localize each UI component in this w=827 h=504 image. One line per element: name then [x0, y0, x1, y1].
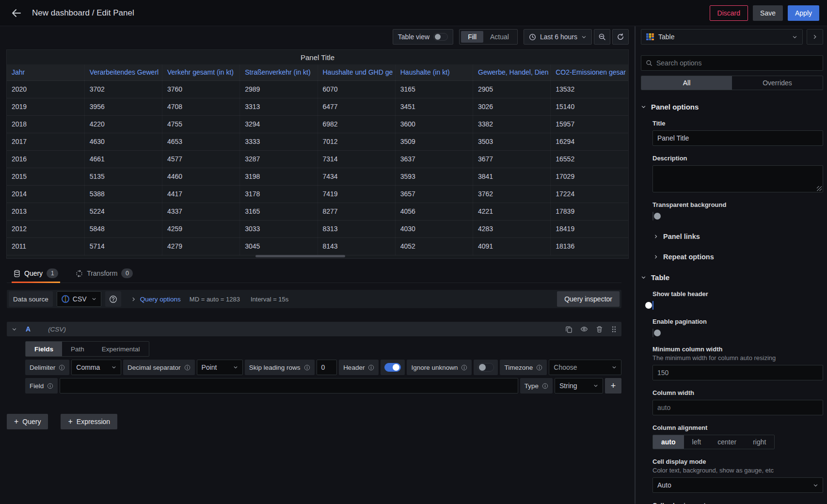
table-row: 201551354460319874343593384117029: [7, 168, 628, 185]
drag-handle-icon[interactable]: [611, 325, 617, 333]
info-circle-icon: [542, 383, 548, 389]
actual-option[interactable]: Actual: [483, 31, 516, 43]
chevron-right-icon: [653, 234, 658, 239]
delimiter-select[interactable]: Comma: [71, 360, 121, 375]
query-options-toggle[interactable]: Query options: [140, 296, 181, 303]
panel-options-header[interactable]: Panel options: [641, 103, 823, 111]
column-header[interactable]: Verarbeitendes Gewerl: [84, 64, 162, 80]
table-cell: 3593: [395, 168, 473, 185]
page-title: New dashboard / Edit Panel: [32, 8, 134, 18]
tab-path[interactable]: Path: [62, 342, 93, 356]
alignment-left[interactable]: left: [684, 435, 710, 449]
tab-fields[interactable]: Fields: [26, 342, 62, 356]
alignment-right[interactable]: right: [745, 435, 774, 449]
query-count-badge: 1: [47, 268, 58, 278]
table-panel: Panel Title JahrVerarbeitendes GewerlVer…: [6, 49, 629, 259]
alignment-center[interactable]: center: [709, 435, 745, 449]
table-cell: 2018: [7, 115, 84, 133]
collapse-pane-button[interactable]: [807, 29, 823, 45]
table-cell: 3165: [395, 80, 473, 98]
add-query-button[interactable]: + Query: [7, 414, 48, 429]
alignment-auto[interactable]: auto: [653, 435, 684, 449]
tab-transform[interactable]: Transform 0: [74, 268, 135, 283]
tab-all[interactable]: All: [641, 76, 732, 90]
table-cell: 3333: [240, 133, 318, 150]
help-circle-icon: [109, 295, 117, 303]
table-cell: 3382: [473, 115, 551, 133]
ignore-unknown-label: Ignore unknown: [407, 360, 472, 375]
add-expression-button[interactable]: + Expression: [61, 414, 117, 429]
enable-pagination-toggle[interactable]: [652, 329, 653, 337]
skip-leading-rows-input[interactable]: 0: [317, 360, 337, 375]
show-table-header-toggle[interactable]: [652, 301, 653, 310]
query-card-header[interactable]: A (CSV): [7, 322, 621, 336]
table-cell: 4337: [162, 203, 240, 220]
table-cell: 4091: [473, 237, 551, 255]
header-toggle[interactable]: [384, 363, 401, 372]
min-column-width-desc: The minimum width for column auto resizi…: [652, 354, 823, 362]
table-cell: 5714: [84, 237, 162, 255]
fill-option[interactable]: Fill: [461, 31, 483, 43]
column-header[interactable]: CO2-Emissionen gesar: [551, 64, 628, 80]
csv-editor-tabs: Fields Path Experimental: [25, 341, 149, 357]
tab-query[interactable]: Query 1: [12, 268, 60, 283]
panel-title-input[interactable]: Panel Title: [652, 130, 823, 146]
refresh-button[interactable]: [612, 29, 629, 45]
visualization-picker[interactable]: Table: [641, 29, 803, 45]
save-button[interactable]: Save: [753, 5, 783, 21]
datasource-value: CSV: [73, 295, 87, 303]
column-header[interactable]: Haushalte (in kt): [395, 64, 473, 80]
table-options-header[interactable]: Table: [641, 273, 823, 282]
back-button[interactable]: [8, 4, 25, 22]
discard-button[interactable]: Discard: [710, 5, 748, 21]
query-inspector-button[interactable]: Query inspector: [557, 291, 620, 307]
column-header[interactable]: Haushalte und GHD ge: [318, 64, 395, 80]
table-row: 201258484259303383134030428318419: [7, 220, 628, 237]
pane-splitter[interactable]: [633, 26, 637, 504]
horizontal-scrollbar[interactable]: [255, 255, 345, 257]
time-range-picker[interactable]: Last 6 hours: [524, 29, 592, 45]
table-view-toggle[interactable]: [433, 33, 448, 41]
decimal-separator-select[interactable]: Point: [197, 360, 243, 375]
transparent-background-toggle[interactable]: [652, 212, 653, 220]
column-header[interactable]: Gewerbe, Handel, Dien: [473, 64, 551, 80]
panel-title: Panel Title: [7, 50, 628, 64]
column-alignment-label: Column alignment: [652, 424, 823, 431]
table-cell: 3313: [240, 98, 318, 115]
table-cell: 4030: [395, 220, 473, 237]
trash-icon[interactable]: [596, 325, 603, 333]
tab-experimental[interactable]: Experimental: [93, 342, 149, 356]
search-options-input[interactable]: Search options: [641, 55, 823, 71]
column-width-input[interactable]: auto: [652, 400, 823, 415]
panel-links-section[interactable]: Panel links: [653, 233, 823, 240]
datasource-help-button[interactable]: [105, 291, 121, 307]
column-header[interactable]: Verkehr gesamt (in kt): [162, 64, 240, 80]
timezone-select[interactable]: Choose: [549, 360, 621, 375]
description-textarea[interactable]: [652, 165, 823, 192]
eye-icon[interactable]: [580, 325, 588, 333]
table-cell: 4661: [84, 150, 162, 168]
repeat-options-section[interactable]: Repeat options: [653, 253, 823, 261]
chevron-down-icon: [581, 34, 587, 40]
cell-display-mode-select[interactable]: Auto: [652, 477, 823, 493]
type-select[interactable]: String: [555, 378, 603, 394]
zoom-out-button[interactable]: [594, 29, 610, 45]
csv-datasource-icon: [62, 295, 69, 303]
table-cell: 8313: [318, 220, 395, 237]
ignore-unknown-toggle[interactable]: [477, 363, 494, 372]
add-field-button[interactable]: +: [605, 378, 621, 394]
table-cell: 4417: [162, 185, 240, 203]
apply-button[interactable]: Apply: [788, 5, 819, 21]
table-cell: 3198: [240, 168, 318, 185]
transparent-background-label: Transparent background: [652, 201, 823, 208]
info-circle-icon: [368, 364, 374, 371]
column-header[interactable]: Straßenverkehr (in kt): [240, 64, 318, 80]
field-name-input[interactable]: [60, 378, 518, 394]
tab-overrides[interactable]: Overrides: [732, 76, 823, 90]
column-header[interactable]: Jahr: [7, 64, 84, 80]
table-cell: 2013: [7, 203, 84, 220]
datasource-picker[interactable]: CSV: [57, 291, 101, 307]
csv-field-row: Field Type String: [25, 378, 621, 394]
min-column-width-input[interactable]: 150: [652, 365, 823, 380]
duplicate-icon[interactable]: [565, 325, 573, 333]
